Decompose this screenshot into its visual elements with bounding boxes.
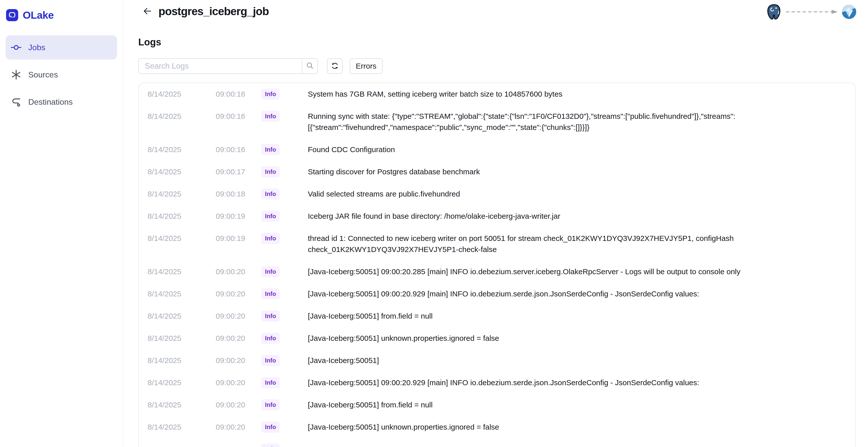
log-time: 09:00:20	[216, 421, 261, 433]
log-time: 09:00:20	[216, 355, 261, 366]
log-level: Info	[261, 421, 308, 433]
log-row[interactable]: 8/14/2025 09:00:16 Info Found CDC Config…	[139, 138, 856, 161]
log-level-badge: Info	[261, 166, 280, 177]
log-row[interactable]: 8/14/2025 09:00:20 Info [Java-Iceberg:50…	[139, 394, 856, 416]
log-message: [Java-Iceberg:50051] 09:00:20.929 [main]…	[308, 377, 844, 388]
log-level-badge: Info	[261, 89, 280, 100]
log-time: 09:00:20	[216, 377, 261, 388]
log-level: Info	[261, 89, 308, 100]
log-row[interactable]: Info	[139, 438, 856, 447]
sidebar-item-destinations[interactable]: Destinations	[5, 90, 117, 114]
sidebar-item-label: Jobs	[28, 43, 45, 52]
log-level-badge: Info	[261, 266, 280, 277]
log-level-badge: Info	[261, 211, 280, 222]
log-date: 8/14/2025	[148, 421, 216, 433]
log-time: 09:00:16	[216, 89, 261, 100]
back-arrow-icon	[142, 6, 152, 17]
log-message: [Java-Iceberg:50051] unknown.properties.…	[308, 421, 844, 433]
log-time: 09:00:20	[216, 333, 261, 344]
log-date: 8/14/2025	[148, 288, 216, 299]
log-message: Valid selected streams are public.fivehu…	[308, 188, 844, 199]
log-level: Info	[261, 377, 308, 388]
brand-name: OLake	[23, 9, 54, 21]
log-message: [Java-Iceberg:50051]	[308, 355, 844, 366]
back-button[interactable]	[142, 6, 153, 17]
log-level-badge: Info	[261, 144, 280, 155]
log-time: 09:00:16	[216, 144, 261, 155]
log-date: 8/14/2025	[148, 111, 216, 122]
log-level-badge: Info	[261, 355, 280, 366]
log-row[interactable]: 8/14/2025 09:00:20 Info [Java-Iceberg:50…	[139, 283, 856, 305]
log-row[interactable]: 8/14/2025 09:00:19 Info Iceberg JAR file…	[139, 205, 856, 227]
log-message: thread id 1: Connected to new iceberg wr…	[308, 233, 844, 255]
log-row[interactable]: 8/14/2025 09:00:16 Info Running sync wit…	[139, 105, 856, 138]
log-message: Running sync with state: {"type":"STREAM…	[308, 111, 844, 133]
log-message: System has 7GB RAM, setting iceberg writ…	[308, 89, 844, 100]
log-row[interactable]: 8/14/2025 09:00:18 Info Valid selected s…	[139, 183, 856, 205]
log-level: Info	[261, 355, 308, 366]
log-message: Starting discover for Postgres database …	[308, 166, 844, 177]
log-row[interactable]: 8/14/2025 09:00:19 Info thread id 1: Con…	[139, 227, 856, 261]
log-level: Info	[261, 188, 308, 199]
log-time: 09:00:20	[216, 311, 261, 322]
log-date: 8/14/2025	[148, 266, 216, 277]
log-row[interactable]: 8/14/2025 09:00:16 Info System has 7GB R…	[139, 83, 856, 105]
logs-section: Logs	[124, 37, 868, 447]
log-level: Info	[261, 233, 308, 244]
log-time: 09:00:19	[216, 233, 261, 244]
search-icon	[306, 62, 314, 71]
log-time: 09:00:16	[216, 111, 261, 122]
log-row[interactable]: 8/14/2025 09:00:20 Info [Java-Iceberg:50…	[139, 261, 856, 283]
dashed-arrow-icon	[785, 9, 839, 15]
log-row[interactable]: 8/14/2025 09:00:20 Info [Java-Iceberg:50…	[139, 349, 856, 372]
log-level: Info	[261, 211, 308, 222]
sidebar: OLake Jobs Sources	[0, 0, 124, 447]
search-group	[138, 58, 318, 74]
iceberg-logo-icon	[842, 4, 857, 20]
log-message: [Java-Iceberg:50051] from.field = null	[308, 399, 844, 410]
log-date: 8/14/2025	[148, 377, 216, 388]
log-date: 8/14/2025	[148, 233, 216, 244]
log-row[interactable]: 8/14/2025 09:00:20 Info [Java-Iceberg:50…	[139, 327, 856, 349]
log-date: 8/14/2025	[148, 211, 216, 222]
log-level: Info	[261, 266, 308, 277]
log-time: 09:00:17	[216, 166, 261, 177]
log-date: 8/14/2025	[148, 311, 216, 322]
log-date: 8/14/2025	[148, 355, 216, 366]
refresh-button[interactable]	[327, 58, 343, 74]
log-date: 8/14/2025	[148, 166, 216, 177]
brand: OLake	[6, 9, 54, 21]
sidebar-item-jobs[interactable]: Jobs	[5, 35, 117, 60]
log-date: 8/14/2025	[148, 188, 216, 199]
log-level-badge: Info	[261, 333, 280, 344]
log-level: Info	[261, 311, 308, 322]
log-level-badge: Info	[261, 188, 280, 199]
postgresql-logo-icon	[767, 3, 782, 21]
log-level-badge: Info	[261, 288, 280, 299]
log-row[interactable]: 8/14/2025 09:00:20 Info [Java-Iceberg:50…	[139, 416, 856, 438]
log-row[interactable]: 8/14/2025 09:00:20 Info [Java-Iceberg:50…	[139, 372, 856, 394]
log-level: Info	[261, 288, 308, 299]
log-level-badge: Info	[261, 444, 280, 447]
log-row[interactable]: 8/14/2025 09:00:17 Info Starting discove…	[139, 161, 856, 183]
log-message: [Java-Iceberg:50051] unknown.properties.…	[308, 333, 844, 344]
log-level: Info	[261, 333, 308, 344]
sidebar-nav: Jobs Sources Destinations	[5, 35, 117, 114]
sidebar-item-label: Sources	[28, 70, 58, 79]
connection-flow	[767, 3, 857, 21]
log-time: 09:00:20	[216, 288, 261, 299]
errors-button[interactable]: Errors	[350, 58, 382, 74]
page-title: postgres_iceberg_job	[158, 5, 269, 18]
log-row[interactable]: 8/14/2025 09:00:20 Info [Java-Iceberg:50…	[139, 305, 856, 327]
logs-controls: Errors	[138, 58, 856, 74]
log-message: [Java-Iceberg:50051] from.field = null	[308, 311, 844, 322]
git-commit-icon	[10, 42, 22, 53]
sidebar-item-sources[interactable]: Sources	[5, 63, 117, 87]
main-content: postgres_iceberg_job	[124, 0, 868, 447]
log-message: [Java-Iceberg:50051] 09:00:20.929 [main]…	[308, 288, 844, 299]
route-icon	[10, 96, 22, 107]
log-time: 09:00:19	[216, 211, 261, 222]
page-header: postgres_iceberg_job	[124, 0, 868, 23]
search-button[interactable]	[302, 59, 317, 73]
search-input[interactable]	[139, 59, 302, 73]
